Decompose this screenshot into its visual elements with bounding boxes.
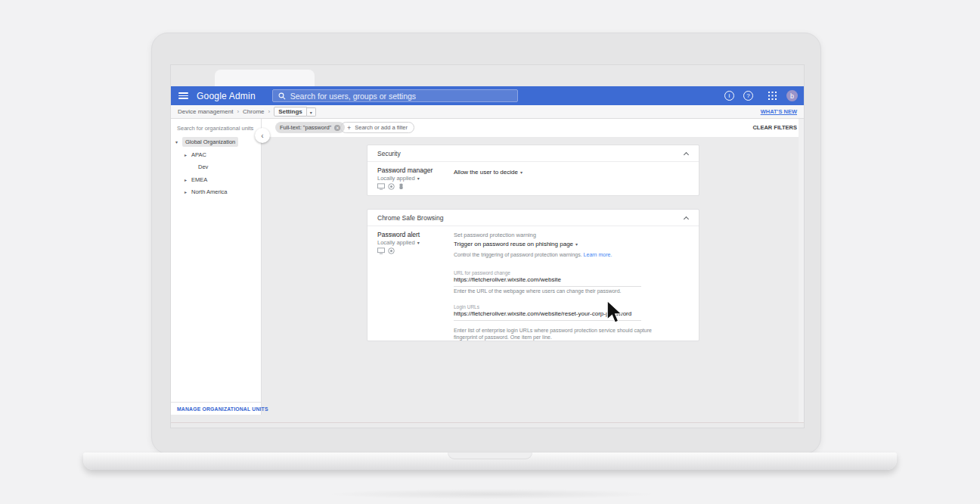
laptop-screen: Google Admin Search for users, groups or… [171,65,804,428]
laptop-base [83,453,897,470]
inheritance-dropdown[interactable]: Locally applied▾ [377,175,420,182]
sidebar-item-apac[interactable]: ▸ APAC [185,150,206,160]
caret-down-icon: ▾ [575,242,578,247]
password-alert-label: Password alert [377,231,420,238]
scrollbar[interactable] [799,119,804,422]
card-title: Security [377,150,401,157]
caret-down-icon: ▾ [417,176,420,181]
tree-item-label: Dev [198,163,208,170]
help-text: Control the triggering of password prote… [454,252,582,257]
apps-grid-icon[interactable] [768,92,777,100]
notifications-icon[interactable]: i [724,91,734,101]
sidebar-item-north-america[interactable]: ▸ North America [185,187,228,197]
learn-more-link[interactable]: Learn more. [584,252,612,257]
password-manager-label: Password manager [377,166,433,174]
caret-down-icon: ▾ [417,241,420,245]
chevron-down-icon[interactable]: ▾ [175,139,182,145]
sidebar-item-emea[interactable]: ▸ EMEA [185,175,207,185]
inheritance-label: Locally applied [377,175,415,182]
platform-icons [377,247,395,254]
url-change-help: Enter the URL of the webpage where users… [454,288,622,295]
android-icon [398,183,405,190]
warning-section-label: Set password protection warning [454,232,536,238]
content-bottom-divider [171,422,804,423]
search-icon [278,92,286,100]
inheritance-dropdown[interactable]: Locally applied▾ [377,239,420,246]
account-avatar[interactable]: b [786,90,798,101]
breadcrumb-device-management[interactable]: Device management [178,108,233,115]
active-filter-chip[interactable]: Full-text: "password" ✕ [275,122,345,133]
login-urls-help: Enter list of enterprise login URLs wher… [454,328,673,341]
product-logo: Google Admin [197,91,256,101]
tree-item-label: EMEA [191,176,207,183]
plus-icon: + [347,124,351,132]
filter-chip-label: Full-text: "password" [280,124,331,131]
warning-trigger-dropdown[interactable]: Trigger on password reuse on phishing pa… [454,241,578,247]
sidebar-item-global-organization[interactable]: ▾ Global Organization [175,137,238,147]
settings-dropdown-icon[interactable]: ▾ [307,107,316,117]
card-title: Chrome Safe Browsing [377,214,443,222]
clear-filters-button[interactable]: CLEAR FILTERS [752,124,797,131]
whats-new-link[interactable]: WHAT'S NEW [761,108,797,115]
dropdown-value: Allow the user to decide [454,169,518,176]
header-search-input[interactable]: Search for users, groups or settings [272,89,518,102]
desktop-icon [377,183,385,190]
browser-tab[interactable] [215,70,315,86]
url-change-input[interactable]: https://fletcheroliver.wixsite.com/websi… [454,276,641,287]
breadcrumb-current-settings[interactable]: Settings [274,107,307,117]
laptop-frame: Google Admin Search for users, groups or… [151,33,821,454]
laptop-base-notch [448,453,532,459]
desktop-icon [377,247,385,254]
tree-item-label: APAC [191,151,206,158]
dropdown-value: Trigger on password reuse on phishing pa… [454,241,573,247]
safe-browsing-card-header[interactable]: Chrome Safe Browsing [368,210,699,226]
security-card: Security Password manager Locally applie… [367,145,699,196]
page: Google Admin Search for users, groups or… [0,0,980,504]
tree-item-label: Global Organization [182,137,238,147]
breadcrumb: Device management › Chrome › Settings ▾ … [171,105,804,119]
inheritance-label: Locally applied [377,239,415,246]
chevron-right-icon[interactable]: ▸ [185,177,191,182]
mouse-cursor [604,300,624,325]
warning-help-text: Control the triggering of password prote… [454,252,612,259]
chevron-right-icon[interactable]: ▸ [185,189,191,194]
search-placeholder: Search for users, groups or settings [290,92,416,101]
login-urls-label: Login URLs [454,304,479,310]
breadcrumb-chrome[interactable]: Chrome [243,108,264,115]
browser-chrome [171,65,804,86]
sidebar-collapse-button[interactable]: ‹ [255,128,270,143]
org-unit-search-input[interactable]: Search for organizational units [177,125,253,132]
manage-org-units-button[interactable]: MANAGE ORGANIZATIONAL UNITS [171,402,261,415]
sidebar-item-dev[interactable]: Dev [198,162,208,172]
header-actions: i ? b [724,90,798,101]
breadcrumb-separator-icon: › [268,108,271,115]
chevron-right-icon[interactable]: ▸ [185,152,191,157]
add-filter-chip[interactable]: + Search or add a filter [340,122,414,133]
password-manager-dropdown[interactable]: Allow the user to decide▾ [454,169,523,176]
security-card-header[interactable]: Security [368,145,699,162]
chrome-icon [388,183,395,190]
breadcrumb-separator-icon: › [237,108,239,115]
platform-icons [377,183,405,190]
org-units-sidebar: Search for organizational units ▾ Global… [171,119,262,415]
url-change-label: URL for password change [454,270,510,275]
add-filter-label: Search or add a filter [355,124,408,131]
menu-icon[interactable] [178,92,188,99]
laptop-shadow [325,489,658,499]
content-area: Search for organizational units ▾ Global… [171,119,804,428]
tree-item-label: North America [191,188,228,195]
safe-browsing-card: Chrome Safe Browsing Password alert Loca… [367,209,699,341]
app-header: Google Admin Search for users, groups or… [171,86,804,105]
caret-down-icon: ▾ [520,170,523,175]
chrome-icon [388,247,395,254]
help-icon[interactable]: ? [743,91,753,101]
